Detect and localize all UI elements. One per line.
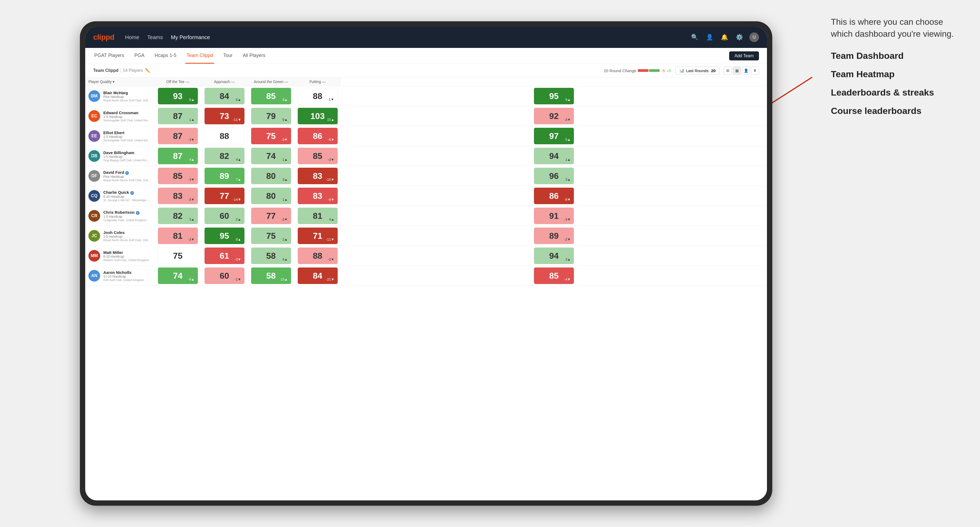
score-cell-approach: 75 -3▼ xyxy=(248,126,294,146)
player-club: Woburn Golf Club, United Kingdom xyxy=(103,259,151,262)
team-header: Team Clippd | 14 Players ✏️ 20 Round Cha… xyxy=(85,64,767,78)
player-cell-4[interactable]: DF David Ford✓ Plus Handicap Royal North… xyxy=(85,166,154,186)
score-box: 85 -3▼ xyxy=(298,148,338,164)
score-number: 87 xyxy=(173,131,183,141)
team-count: 14 Players xyxy=(123,68,143,73)
bar-green xyxy=(649,69,660,72)
score-cell-around_green: 88 -2▼ xyxy=(294,246,341,266)
tab-pga[interactable]: PGA xyxy=(133,48,145,63)
player-cell-9[interactable]: AN Aaron Nicholls 11-15 Handicap Drift G… xyxy=(85,266,154,286)
profile-icon[interactable]: 👤 xyxy=(705,32,714,42)
tab-tour[interactable]: Tour xyxy=(222,48,234,63)
player-cell-3[interactable]: DB Dave Billingham 1-5 Handicap Gog Mago… xyxy=(85,146,154,166)
player-club: Drift Golf Club, United Kingdom xyxy=(103,278,151,282)
tablet-frame: clippd Home Teams My Performance 🔍 👤 🔔 ⚙… xyxy=(80,21,772,506)
score-cell-approach: 79 9▲ xyxy=(248,106,294,126)
score-number: 75 xyxy=(266,231,276,241)
player-cell-2[interactable]: EE Elliot Ebert 1-5 Handicap Sunningdale… xyxy=(85,126,154,146)
score-cell-player_quality: 93 9▲ xyxy=(154,86,201,106)
score-change: 4▲ xyxy=(329,217,334,221)
player-cell-6[interactable]: CR Chris Robertson✓ 1-5 Handicap Craigmi… xyxy=(85,206,154,226)
score-change: -21▼ xyxy=(326,277,334,281)
add-team-button[interactable]: Add Team xyxy=(729,51,759,60)
player-cell-0[interactable]: BM Blair McHarg Plus Handicap Royal Nort… xyxy=(85,86,154,106)
score-change: -3▼ xyxy=(281,138,288,141)
dashboard-option-leaderboards--streaks: Leaderboards & streaks xyxy=(831,87,964,98)
view-grid-icon[interactable]: ⊞ xyxy=(724,67,732,75)
tablet-screen: clippd Home Teams My Performance 🔍 👤 🔔 ⚙… xyxy=(85,27,767,500)
score-number: 60 xyxy=(220,271,229,281)
score-cell-off_tee: 73 -11▼ xyxy=(201,106,248,126)
score-number: 82 xyxy=(173,211,183,221)
last-rounds-value: 20 xyxy=(711,68,716,73)
nav-bar: clippd Home Teams My Performance 🔍 👤 🔔 ⚙… xyxy=(85,27,767,48)
score-number: 103 xyxy=(310,111,325,121)
score-change: 4▲ xyxy=(282,257,288,261)
col-header-off-tee: Off the Tee — xyxy=(154,78,201,86)
table-header-row: Player Quality ▾ Off the Tee — Approach … xyxy=(85,78,767,86)
score-cell-around_green: 83 -6▼ xyxy=(294,186,341,206)
score-change: 9▲ xyxy=(282,117,288,122)
nav-link-home[interactable]: Home xyxy=(125,33,139,41)
col-header-off-tee-sort[interactable]: — xyxy=(185,79,189,84)
table-row[interactable]: CQ Charlie Quick✓ 6-10 Handicap St. Geor… xyxy=(85,186,767,206)
col-header-player-sort[interactable]: ▾ xyxy=(113,79,115,84)
player-avatar: DF xyxy=(88,170,100,182)
score-change: -2▼ xyxy=(328,257,334,261)
table-row[interactable]: AN Aaron Nicholls 11-15 Handicap Drift G… xyxy=(85,266,767,286)
player-avatar: MM xyxy=(88,250,100,262)
player-cell-8[interactable]: MM Matt Miller 6-10 Handicap Woburn Golf… xyxy=(85,246,154,266)
verify-icon: ✓ xyxy=(136,211,140,215)
col-header-putting-sort[interactable]: — xyxy=(322,79,326,84)
table-row[interactable]: EC Edward Crossman 1-5 Handicap Sunningd… xyxy=(85,106,767,126)
table-row[interactable]: JC Josh Coles 1-5 Handicap Royal North D… xyxy=(85,226,767,246)
table-row[interactable]: DB Dave Billingham 1-5 Handicap Gog Mago… xyxy=(85,146,767,166)
nav-link-teams[interactable]: Teams xyxy=(147,33,163,41)
col-header-around-green-sort[interactable]: — xyxy=(285,79,288,84)
table-row[interactable]: EE Elliot Ebert 1-5 Handicap Sunningdale… xyxy=(85,126,767,146)
player-cell-1[interactable]: EC Edward Crossman 1-5 Handicap Sunningd… xyxy=(85,106,154,126)
nav-link-performance[interactable]: My Performance xyxy=(171,33,210,41)
last-rounds-button[interactable]: 📊 Last Rounds: 20 xyxy=(675,67,719,75)
col-header-around-green: Around the Green — xyxy=(248,78,294,86)
score-box: 91 -3▼ xyxy=(534,208,574,224)
tab-team-clippd[interactable]: Team Clippd xyxy=(185,48,214,63)
score-box: 84 -21▼ xyxy=(298,268,338,284)
score-box: 97 5▲ xyxy=(534,128,574,144)
edit-icon[interactable]: ✏️ xyxy=(145,68,151,73)
score-change: 10▲ xyxy=(280,277,288,281)
score-box: 83 -10▼ xyxy=(298,168,338,184)
view-heatmap-icon[interactable]: ▦ xyxy=(733,67,741,75)
table-row[interactable]: MM Matt Miller 6-10 Handicap Woburn Golf… xyxy=(85,246,767,266)
score-box: 96 3▲ xyxy=(534,168,574,184)
score-number: 85 xyxy=(313,151,323,161)
score-number: 77 xyxy=(266,211,276,221)
nav-logo: clippd xyxy=(93,33,114,41)
view-chart-icon[interactable]: 👤 xyxy=(742,67,750,75)
player-cell-7[interactable]: JC Josh Coles 1-5 Handicap Royal North D… xyxy=(85,226,154,246)
score-box: 81 -3▼ xyxy=(158,227,198,244)
table-row[interactable]: DF David Ford✓ Plus Handicap Royal North… xyxy=(85,166,767,186)
score-number: 85 xyxy=(173,171,183,181)
score-box: 103 15▲ xyxy=(298,108,338,124)
tab-hcaps[interactable]: Hcaps 1-5 xyxy=(153,48,177,63)
user-avatar[interactable]: U xyxy=(749,32,759,42)
score-change: -8▲ xyxy=(188,277,194,281)
score-cell-putting: 85 -4▼ xyxy=(341,266,767,286)
col-header-approach-sort[interactable]: — xyxy=(231,79,235,84)
score-number: 91 xyxy=(549,211,559,221)
table-row[interactable]: BM Blair McHarg Plus Handicap Royal Nort… xyxy=(85,86,767,106)
player-club: Royal North Devon Golf Club, United King… xyxy=(103,238,151,242)
view-more-icon[interactable]: ⬆ xyxy=(751,67,759,75)
settings-icon[interactable]: ⚙️ xyxy=(735,32,744,42)
tab-all-players[interactable]: All Players xyxy=(242,48,267,63)
score-box: 77 -3▼ xyxy=(251,208,291,224)
score-cell-player_quality: 87 1▲ xyxy=(154,106,201,126)
table-row[interactable]: CR Chris Robertson✓ 1-5 Handicap Craigmi… xyxy=(85,206,767,226)
score-number: 88 xyxy=(313,251,323,261)
search-icon[interactable]: 🔍 xyxy=(690,32,699,42)
tab-pgat-players[interactable]: PGAT Players xyxy=(93,48,125,63)
bell-icon[interactable]: 🔔 xyxy=(719,32,729,42)
score-change: 2▲ xyxy=(236,217,241,221)
player-cell-5[interactable]: CQ Charlie Quick✓ 6-10 Handicap St. Geor… xyxy=(85,186,154,206)
